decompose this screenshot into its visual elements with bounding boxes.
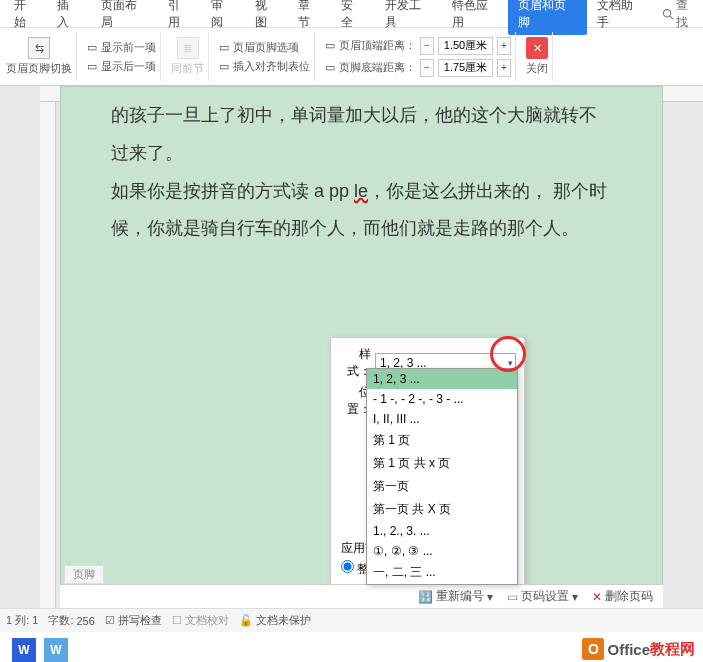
svg-point-0 (663, 9, 670, 16)
show-prev[interactable]: ▭显示前一项 (87, 40, 156, 55)
show-group: ▭显示前一项 ▭显示后一项 (83, 32, 161, 81)
ribbon: ⇆ 页眉页脚切换 ▭显示前一项 ▭显示后一项 ≣ 同前节 ▭页眉页脚选项 ▭插入… (0, 28, 703, 86)
style-option-10[interactable]: 一, 二, 三 ... (367, 561, 517, 584)
style-option-5[interactable]: 第 1 页 共 x 页 (367, 452, 517, 475)
style-option-2[interactable]: - 1 -, - 2 -, - 3 - ... (367, 389, 517, 409)
close-group[interactable]: ✕ 关闭 (522, 32, 553, 81)
vertical-ruler[interactable] (40, 102, 56, 608)
search-box[interactable]: 查找 (662, 0, 699, 31)
style-option-6[interactable]: 第一页 (367, 475, 517, 498)
tab-helper[interactable]: 文档助手 (587, 0, 654, 35)
close-icon: ✕ (526, 37, 548, 59)
hf-switch-icon: ⇆ (28, 37, 50, 59)
app-icon-w[interactable]: W (12, 638, 36, 662)
bot-dist-plus[interactable]: + (497, 59, 511, 77)
spell-error[interactable]: le (354, 181, 368, 201)
top-dist-label: 页眉顶端距离： (339, 38, 416, 53)
status-bar: 1 列: 1 字数: 256 ☑拼写检查 ☐文档校对 🔓文档未保护 (0, 608, 703, 632)
distance-group: ▭ 页眉顶端距离： − + ▭ 页脚底端距离： − + (321, 32, 516, 81)
protect-status[interactable]: 🔓文档未保护 (239, 613, 311, 628)
tab-layout[interactable]: 页面布局 (91, 0, 158, 35)
bot-dist-input[interactable] (438, 59, 493, 77)
top-dist-icon: ▭ (325, 39, 335, 52)
top-dist-plus[interactable]: + (497, 37, 511, 55)
bot-dist-minus[interactable]: − (420, 59, 434, 77)
style-option-9[interactable]: ①, ②, ③ ... (367, 541, 517, 561)
page-position[interactable]: 1 列: 1 (6, 613, 38, 628)
watermark: O Office教程网 www.office26.com (582, 638, 695, 660)
style-dropdown: 1, 2, 3 ... - 1 -, - 2 -, - 3 - ... I, I… (366, 368, 518, 585)
page-number-toolbar: 🔢重新编号 ▾ ▭页码设置 ▾ ✕删除页码 (60, 584, 663, 608)
style-option-1[interactable]: 1, 2, 3 ... (367, 369, 517, 389)
chevron-down-icon: ▾ (508, 358, 513, 368)
watermark-brand2: 教程网 (650, 640, 695, 659)
tab-ref[interactable]: 引用 (158, 0, 201, 35)
same-prev-icon: ≣ (177, 37, 199, 59)
delete-pagenum-button[interactable]: ✕删除页码 (592, 588, 653, 605)
tab-start[interactable]: 开始 (4, 0, 47, 35)
style-option-4[interactable]: 第 1 页 (367, 429, 517, 452)
spell-check-toggle[interactable]: ☑拼写检查 (105, 613, 162, 628)
options-group: ▭页眉页脚选项 ▭插入对齐制表位 (215, 32, 315, 81)
style-option-7[interactable]: 第一页 共 X 页 (367, 498, 517, 521)
taskbar-icons: W W (12, 638, 68, 662)
tab-safe[interactable]: 安全 (331, 0, 374, 35)
top-dist-minus[interactable]: − (420, 37, 434, 55)
word-count[interactable]: 字数: 256 (48, 613, 94, 628)
bot-dist-icon: ▭ (325, 61, 335, 74)
menu-tabs: 开始 插入 页面布局 引用 审阅 视图 章节 安全 开发工具 特色应用 页眉和页… (0, 0, 703, 28)
whole-doc-radio[interactable] (341, 560, 354, 573)
same-prev-group[interactable]: ≣ 同前节 (167, 32, 209, 81)
tab-header-footer[interactable]: 页眉和页脚 (508, 0, 587, 35)
doc-paragraph-1: 的孩子一旦上了初中，单词量加大以后，他的这个大脑就转不过来了。 (111, 97, 612, 173)
doc-paragraph-2: 如果你是按拼音的方式读 a pp le，你是这么拼出来的， 那个时候，你就是骑自… (111, 173, 612, 249)
tab-dev[interactable]: 开发工具 (375, 0, 442, 35)
footer-section-label: 页脚 (64, 565, 104, 584)
watermark-logo-icon: O (582, 638, 604, 660)
show-next[interactable]: ▭显示后一项 (87, 59, 156, 74)
tab-special[interactable]: 特色应用 (442, 0, 509, 35)
app-icon-w2[interactable]: W (44, 638, 68, 662)
search-label: 查找 (676, 0, 699, 31)
watermark-brand: Office (607, 641, 650, 658)
tab-review[interactable]: 审阅 (201, 0, 244, 35)
page-settings-button[interactable]: ▭页码设置 ▾ (507, 588, 578, 605)
tab-view[interactable]: 视图 (245, 0, 288, 35)
same-prev-label: 同前节 (171, 61, 204, 76)
top-dist-input[interactable] (438, 37, 493, 55)
hf-switch-label: 页眉页脚切换 (6, 61, 72, 76)
svg-line-1 (670, 16, 673, 19)
tab-chapter[interactable]: 章节 (288, 0, 331, 35)
hf-switch-group[interactable]: ⇆ 页眉页脚切换 (2, 32, 77, 81)
close-label: 关闭 (526, 61, 548, 76)
bot-dist-label: 页脚底端距离： (339, 60, 416, 75)
style-option-8[interactable]: 1., 2., 3. ... (367, 521, 517, 541)
insert-align[interactable]: ▭插入对齐制表位 (219, 59, 310, 74)
tab-insert[interactable]: 插入 (47, 0, 90, 35)
hf-options[interactable]: ▭页眉页脚选项 (219, 40, 310, 55)
renumber-button[interactable]: 🔢重新编号 ▾ (418, 588, 493, 605)
style-option-3[interactable]: I, II, III ... (367, 409, 517, 429)
proof-toggle[interactable]: ☐文档校对 (172, 613, 229, 628)
search-icon (662, 8, 674, 20)
